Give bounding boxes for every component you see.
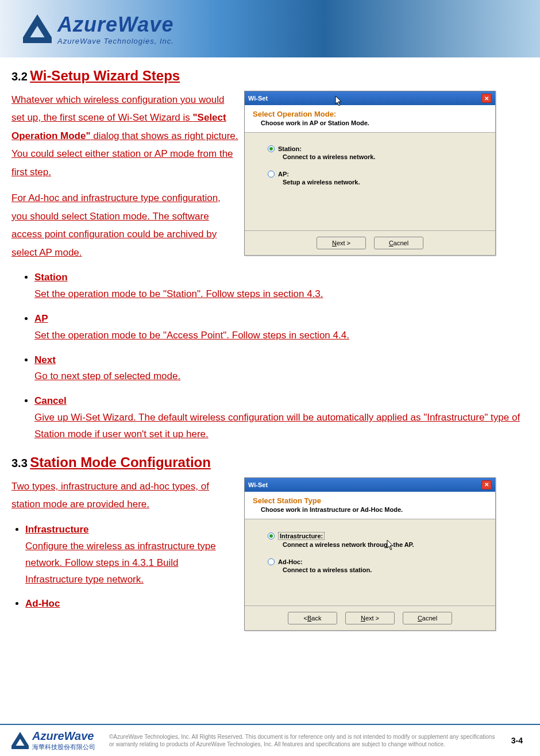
dialog-1-wrap: Wi-Set ✕ Select Operation Mode: Choose w…: [244, 91, 496, 256]
dialog-heading: Select Station Type: [253, 496, 487, 505]
dialog-header: Select Operation Mode: Choose work in AP…: [245, 105, 495, 133]
bullet-head: Next: [34, 354, 56, 365]
cursor-icon: [335, 95, 343, 107]
bullet-list-33: Infrastructure Configure the wireless as…: [11, 522, 238, 612]
radio-ap-label: AP:: [278, 171, 289, 178]
bullet-desc: Set the operation mode to be "Station". …: [34, 288, 323, 299]
dialog-heading: Select Operation Mode:: [253, 110, 487, 118]
cancel-button[interactable]: Cacnel: [403, 612, 452, 624]
logo-block: AzureWave AzureWave Technologies, Inc.: [23, 13, 174, 45]
next-label: ext >: [365, 615, 379, 622]
footer-brand-cn: 海華科技股份有限公司: [32, 743, 95, 751]
close-icon[interactable]: ✕: [481, 480, 492, 489]
dialog-title-text: Wi-Set: [248, 481, 268, 488]
radio-icon: [268, 533, 275, 539]
dialog-2-wrap: Wi-Set ✕ Select Station Type Choose work…: [244, 477, 496, 631]
back-button[interactable]: < Back: [288, 612, 337, 624]
dialog-footer: < Back Next > Cacnel: [245, 605, 495, 630]
dialog-header: Select Station Type Choose work in Intra…: [245, 492, 495, 519]
bullet-station: Station Set the operation mode to be "St…: [34, 269, 529, 303]
bullet-next: Next Go to next step of selected mode.: [34, 352, 529, 385]
bullet-desc: Configure the wireless as infrastructure…: [25, 541, 216, 585]
section-number: 3.3: [11, 457, 28, 469]
close-icon[interactable]: ✕: [481, 94, 492, 103]
cancel-label: acnel: [422, 615, 437, 622]
section-heading-3-3: 3.3 Station Mode Configuration: [11, 454, 529, 470]
bullet-list-32: Station Set the operation mode to be "St…: [11, 269, 529, 443]
section-number: 3.2: [11, 70, 28, 83]
bullet-cancel: Cancel Give up Wi-Set Wizard. The defaul…: [34, 393, 529, 443]
dialog-titlebar: Wi-Set ✕: [245, 478, 495, 492]
paragraph-2: For Ad-hoc and infrastructure type confi…: [11, 189, 238, 261]
dialog-subheading: Choose work in AP or Station Mode.: [253, 119, 487, 126]
radio-adhoc[interactable]: Ad-Hoc:: [268, 558, 478, 565]
cancel-button[interactable]: Cacnel: [374, 237, 423, 249]
radio-infrastructure[interactable]: Intrastructure:: [268, 532, 478, 540]
bullet-desc: Give up Wi-Set Wizard. The default wirel…: [34, 412, 520, 439]
dialog-subheading: Choose work in Intrastructure or Ad-Hoc …: [253, 506, 487, 513]
radio-adhoc-label: Ad-Hoc:: [278, 558, 303, 565]
dialog-footer: Next > Cacnel: [245, 230, 495, 255]
next-label: ext >: [337, 240, 350, 246]
radio-station-label: Station:: [278, 145, 302, 152]
section-title: Wi-Setup Wizard Steps: [30, 68, 180, 83]
logo-icon: [23, 14, 52, 43]
section-heading-3-2: 3.2 Wi-Setup Wizard Steps: [11, 68, 529, 84]
wiset-dialog-1: Wi-Set ✕ Select Operation Mode: Choose w…: [244, 91, 496, 256]
dialog-body: Station: Connect to a wireless network. …: [245, 133, 495, 230]
paragraph-33-1: Two types, infrastructure and ad-hoc typ…: [11, 477, 238, 514]
radio-infra-label: Intrastructure:: [278, 532, 325, 540]
page-number: 3-4: [506, 736, 529, 745]
next-button[interactable]: Next >: [345, 612, 395, 624]
dialog-title-text: Wi-Set: [248, 95, 268, 102]
brand-name: AzureWave: [57, 13, 174, 37]
bullet-head: Infrastructure: [25, 524, 89, 535]
radio-icon: [268, 145, 275, 152]
bullet-head: Cancel: [34, 395, 67, 406]
bullet-desc: Set the operation mode to be "Access Poi…: [34, 330, 349, 341]
footer-brand: AzureWave: [32, 730, 95, 743]
radio-ap[interactable]: AP:: [268, 171, 478, 178]
bullet-adhoc: Ad-Hoc: [25, 596, 238, 612]
radio-ap-desc: Setup a wireless network.: [268, 179, 478, 186]
cursor-icon: [387, 539, 395, 551]
footer-disclaimer: ©AzureWave Technologies, Inc. All Rights…: [103, 733, 497, 748]
radio-station-desc: Connect to a wireless network.: [268, 153, 478, 160]
brand-tagline: AzureWave Technologies, Inc.: [57, 37, 174, 45]
bullet-infrastructure: Infrastructure Configure the wireless as…: [25, 522, 238, 588]
bullet-head: Ad-Hoc: [25, 598, 60, 609]
radio-icon: [268, 171, 275, 178]
page-footer: AzureWave 海華科技股份有限公司 ©AzureWave Technolo…: [0, 724, 540, 756]
radio-infra-desc: Connect a wireless network through the A…: [268, 541, 478, 548]
logo-icon: [11, 732, 29, 749]
bullet-desc: Go to next step of selected mode.: [34, 371, 180, 381]
radio-station[interactable]: Station:: [268, 145, 478, 152]
radio-icon: [268, 558, 275, 565]
next-button[interactable]: Next >: [317, 237, 366, 249]
bullet-ap: AP Set the operation mode to be "Access …: [34, 311, 529, 344]
paragraph-1: Whatever which wireless configuration yo…: [11, 91, 238, 181]
radio-adhoc-desc: Connect to a wireless station.: [268, 566, 478, 573]
section-title: Station Mode Configuration: [30, 454, 211, 470]
dialog-titlebar: Wi-Set ✕: [245, 91, 495, 105]
cancel-label: acnel: [394, 240, 408, 246]
wiset-dialog-2: Wi-Set ✕ Select Station Type Choose work…: [244, 477, 496, 631]
bullet-head: Station: [34, 272, 68, 283]
dialog-body: Intrastructure: Connect a wireless netwo…: [245, 519, 495, 605]
header-banner: AzureWave AzureWave Technologies, Inc.: [0, 0, 540, 57]
bullet-head: AP: [34, 313, 48, 324]
